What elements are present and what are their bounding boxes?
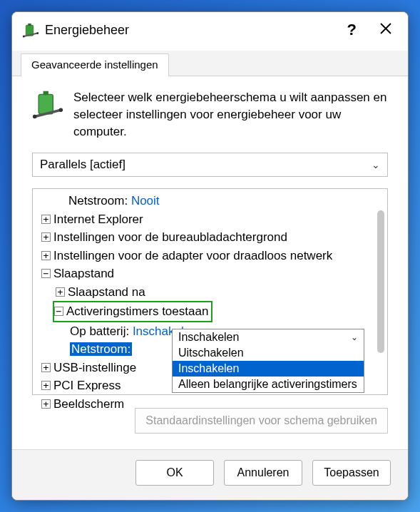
node-usb[interactable]: USB-instellinge — [53, 361, 136, 374]
content-area: Selecteer welk energiebeheerschema u wil… — [12, 76, 408, 449]
wake-battery-label: Op batterij: — [70, 324, 129, 338]
svg-point-2 — [23, 36, 25, 38]
svg-rect-5 — [43, 91, 48, 96]
tab-strip: Geavanceerde instellingen — [12, 51, 408, 76]
node-wake-timers[interactable]: Activeringstimers toestaan — [66, 304, 208, 318]
netstroom-value[interactable]: Nooit — [131, 194, 160, 208]
combo-option-enable[interactable]: Inschakelen — [173, 361, 364, 377]
highlight-box: −Activeringstimers toestaan — [53, 301, 212, 322]
expand-icon[interactable]: + — [41, 363, 51, 372]
svg-rect-4 — [39, 94, 53, 114]
battery-app-icon — [22, 21, 39, 39]
apply-button[interactable]: Toepassen — [312, 460, 391, 486]
cancel-button[interactable]: Annuleren — [224, 460, 302, 486]
node-ie[interactable]: Internet Explorer — [53, 213, 143, 226]
svg-rect-1 — [28, 24, 31, 26]
collapse-icon[interactable]: − — [54, 307, 63, 316]
intro-row: Selecteer welk energiebeheerschema u wil… — [32, 89, 388, 140]
expand-icon[interactable]: + — [41, 399, 51, 409]
svg-point-7 — [59, 108, 63, 113]
expand-icon[interactable]: + — [41, 232, 51, 242]
settings-tree[interactable]: Netstroom: Nooit +Internet Explorer +Ins… — [32, 188, 388, 395]
close-button[interactable] — [368, 18, 404, 42]
chevron-down-icon: ⌄ — [351, 332, 358, 342]
power-options-dialog: Energiebeheer ? Geavanceerde instellinge… — [11, 11, 409, 501]
node-sleep-after[interactable]: Slaapstand na — [68, 285, 145, 299]
collapse-icon[interactable]: − — [41, 269, 51, 278]
expand-icon[interactable]: + — [41, 215, 51, 224]
ok-button[interactable]: OK — [135, 460, 214, 486]
node-sleep[interactable]: Slaapstand — [53, 267, 114, 280]
dialog-buttons: OK Annuleren Toepassen — [12, 449, 408, 500]
combo-option-disable[interactable]: Uitschakelen — [173, 345, 364, 361]
netstroom-label: Netstroom: — [68, 194, 128, 208]
chevron-down-icon: ⌄ — [372, 159, 380, 170]
node-display[interactable]: Beeldscherm — [53, 397, 124, 411]
svg-point-3 — [36, 32, 39, 34]
power-scheme-dropdown[interactable]: Parallels [actief] ⌄ — [32, 153, 388, 177]
combo-selected: Inschakelen — [178, 331, 239, 344]
svg-point-6 — [33, 115, 37, 119]
scrollbar[interactable] — [377, 210, 384, 353]
combo-option-important-only[interactable]: Alleen belangrijke activeringstimers — [173, 377, 364, 392]
expand-icon[interactable]: + — [56, 287, 65, 297]
wake-ac-label: Netstroom: — [70, 342, 132, 356]
scheme-label: Parallels [actief] — [40, 158, 126, 172]
node-pci[interactable]: PCI Express — [53, 379, 121, 392]
wake-ac-combobox[interactable]: Inschakelen ⌄ Uitschakelen Inschakelen A… — [172, 329, 364, 393]
node-desktop-bg[interactable]: Instellingen voor de bureaubladachtergro… — [53, 230, 287, 244]
expand-icon[interactable]: + — [41, 251, 51, 260]
intro-text: Selecteer welk energiebeheerschema u wil… — [73, 89, 388, 140]
window-title: Energiebeheer — [45, 23, 129, 38]
titlebar: Energiebeheer ? — [12, 12, 408, 48]
tab-advanced[interactable]: Geavanceerde instellingen — [21, 53, 169, 76]
expand-icon[interactable]: + — [41, 381, 51, 390]
node-wifi-adapter[interactable]: Instellingen voor de adapter voor draadl… — [53, 249, 332, 262]
help-button[interactable]: ? — [336, 18, 368, 42]
battery-plug-icon — [32, 89, 63, 121]
